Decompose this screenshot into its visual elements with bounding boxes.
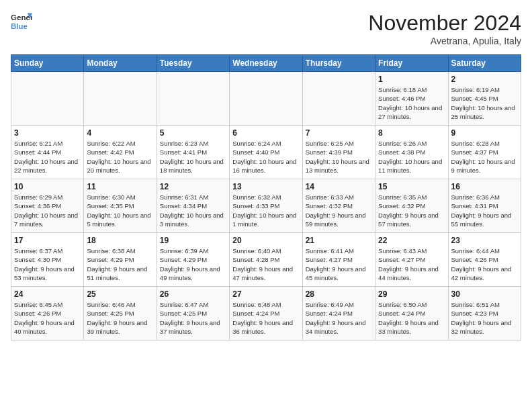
day-number: 27 xyxy=(232,289,299,299)
table-row: 7Sunrise: 6:25 AM Sunset: 4:39 PM Daylig… xyxy=(302,126,375,179)
title-block: November 2024 Avetrana, Apulia, Italy xyxy=(368,11,521,46)
day-number: 7 xyxy=(306,128,372,138)
table-row xyxy=(84,72,157,126)
table-row: 5Sunrise: 6:23 AM Sunset: 4:41 PM Daylig… xyxy=(157,126,229,179)
day-info: Sunrise: 6:24 AM Sunset: 4:40 PM Dayligh… xyxy=(232,139,299,175)
day-number: 24 xyxy=(14,289,81,299)
table-row: 2Sunrise: 6:19 AM Sunset: 4:45 PM Daylig… xyxy=(448,72,521,126)
table-row: 26Sunrise: 6:47 AM Sunset: 4:25 PM Dayli… xyxy=(157,287,229,340)
day-info: Sunrise: 6:23 AM Sunset: 4:41 PM Dayligh… xyxy=(160,139,226,175)
day-number: 4 xyxy=(87,128,153,138)
day-info: Sunrise: 6:41 AM Sunset: 4:27 PM Dayligh… xyxy=(306,246,372,282)
table-row: 16Sunrise: 6:36 AM Sunset: 4:31 PM Dayli… xyxy=(448,179,521,233)
day-info: Sunrise: 6:43 AM Sunset: 4:27 PM Dayligh… xyxy=(378,246,445,282)
table-row: 25Sunrise: 6:46 AM Sunset: 4:25 PM Dayli… xyxy=(84,287,157,340)
header-saturday: Saturday xyxy=(448,55,521,72)
header-wednesday: Wednesday xyxy=(230,55,302,72)
day-info: Sunrise: 6:18 AM Sunset: 4:46 PM Dayligh… xyxy=(378,85,445,121)
calendar-week-row: 1Sunrise: 6:18 AM Sunset: 4:46 PM Daylig… xyxy=(11,72,521,126)
day-info: Sunrise: 6:38 AM Sunset: 4:29 PM Dayligh… xyxy=(87,246,153,282)
svg-text:Blue: Blue xyxy=(11,22,28,30)
calendar-week-row: 10Sunrise: 6:29 AM Sunset: 4:36 PM Dayli… xyxy=(11,179,521,233)
day-info: Sunrise: 6:33 AM Sunset: 4:32 PM Dayligh… xyxy=(306,193,372,228)
day-info: Sunrise: 6:29 AM Sunset: 4:36 PM Dayligh… xyxy=(14,193,81,228)
table-row: 18Sunrise: 6:38 AM Sunset: 4:29 PM Dayli… xyxy=(84,233,157,287)
table-row: 13Sunrise: 6:32 AM Sunset: 4:33 PM Dayli… xyxy=(230,179,302,233)
day-number: 17 xyxy=(14,236,81,245)
month-title: November 2024 xyxy=(368,11,521,36)
table-row: 21Sunrise: 6:41 AM Sunset: 4:27 PM Dayli… xyxy=(302,233,375,287)
table-row: 6Sunrise: 6:24 AM Sunset: 4:40 PM Daylig… xyxy=(230,126,302,179)
day-number: 21 xyxy=(306,236,372,245)
table-row: 15Sunrise: 6:35 AM Sunset: 4:32 PM Dayli… xyxy=(375,179,448,233)
day-info: Sunrise: 6:26 AM Sunset: 4:38 PM Dayligh… xyxy=(378,139,445,175)
day-number: 28 xyxy=(306,289,372,299)
table-row: 11Sunrise: 6:30 AM Sunset: 4:35 PM Dayli… xyxy=(84,179,157,233)
day-number: 15 xyxy=(378,182,445,191)
day-info: Sunrise: 6:36 AM Sunset: 4:31 PM Dayligh… xyxy=(451,193,518,228)
table-row: 14Sunrise: 6:33 AM Sunset: 4:32 PM Dayli… xyxy=(302,179,375,233)
table-row: 1Sunrise: 6:18 AM Sunset: 4:46 PM Daylig… xyxy=(375,72,448,126)
day-info: Sunrise: 6:47 AM Sunset: 4:25 PM Dayligh… xyxy=(160,300,226,336)
table-row: 27Sunrise: 6:48 AM Sunset: 4:24 PM Dayli… xyxy=(230,287,302,340)
day-info: Sunrise: 6:45 AM Sunset: 4:26 PM Dayligh… xyxy=(14,300,81,336)
day-number: 30 xyxy=(451,289,518,299)
calendar-week-row: 17Sunrise: 6:37 AM Sunset: 4:30 PM Dayli… xyxy=(11,233,521,287)
table-row xyxy=(157,72,229,126)
calendar-week-row: 24Sunrise: 6:45 AM Sunset: 4:26 PM Dayli… xyxy=(11,287,521,340)
day-number: 16 xyxy=(451,182,518,191)
day-number: 11 xyxy=(87,182,153,191)
day-info: Sunrise: 6:40 AM Sunset: 4:28 PM Dayligh… xyxy=(232,246,299,282)
day-number: 18 xyxy=(87,236,153,245)
day-info: Sunrise: 6:46 AM Sunset: 4:25 PM Dayligh… xyxy=(87,300,153,336)
logo-icon: General Blue xyxy=(11,11,32,32)
day-number: 5 xyxy=(160,128,226,138)
calendar-week-row: 3Sunrise: 6:21 AM Sunset: 4:44 PM Daylig… xyxy=(11,126,521,179)
header-monday: Monday xyxy=(84,55,157,72)
day-number: 23 xyxy=(451,236,518,245)
day-number: 14 xyxy=(306,182,372,191)
day-number: 19 xyxy=(160,236,226,245)
table-row: 3Sunrise: 6:21 AM Sunset: 4:44 PM Daylig… xyxy=(11,126,84,179)
day-info: Sunrise: 6:22 AM Sunset: 4:42 PM Dayligh… xyxy=(87,139,153,175)
day-number: 6 xyxy=(232,128,299,138)
table-row: 17Sunrise: 6:37 AM Sunset: 4:30 PM Dayli… xyxy=(11,233,84,287)
table-row: 20Sunrise: 6:40 AM Sunset: 4:28 PM Dayli… xyxy=(230,233,302,287)
day-number: 1 xyxy=(378,75,445,84)
table-row: 19Sunrise: 6:39 AM Sunset: 4:29 PM Dayli… xyxy=(157,233,229,287)
table-row: 28Sunrise: 6:49 AM Sunset: 4:24 PM Dayli… xyxy=(302,287,375,340)
day-info: Sunrise: 6:31 AM Sunset: 4:34 PM Dayligh… xyxy=(160,193,226,228)
header-thursday: Thursday xyxy=(302,55,375,72)
table-row: 24Sunrise: 6:45 AM Sunset: 4:26 PM Dayli… xyxy=(11,287,84,340)
day-info: Sunrise: 6:49 AM Sunset: 4:24 PM Dayligh… xyxy=(306,300,372,336)
day-info: Sunrise: 6:44 AM Sunset: 4:26 PM Dayligh… xyxy=(451,246,518,282)
day-info: Sunrise: 6:50 AM Sunset: 4:24 PM Dayligh… xyxy=(378,300,445,336)
header-friday: Friday xyxy=(375,55,448,72)
calendar-table: Sunday Monday Tuesday Wednesday Thursday… xyxy=(11,54,521,340)
day-info: Sunrise: 6:32 AM Sunset: 4:33 PM Dayligh… xyxy=(232,193,299,228)
day-info: Sunrise: 6:35 AM Sunset: 4:32 PM Dayligh… xyxy=(378,193,445,228)
day-info: Sunrise: 6:25 AM Sunset: 4:39 PM Dayligh… xyxy=(306,139,372,175)
day-info: Sunrise: 6:51 AM Sunset: 4:23 PM Dayligh… xyxy=(451,300,518,336)
day-number: 20 xyxy=(232,236,299,245)
day-number: 26 xyxy=(160,289,226,299)
day-number: 25 xyxy=(87,289,153,299)
day-number: 12 xyxy=(160,182,226,191)
header-tuesday: Tuesday xyxy=(157,55,229,72)
logo: General Blue xyxy=(11,11,32,32)
table-row: 8Sunrise: 6:26 AM Sunset: 4:38 PM Daylig… xyxy=(375,126,448,179)
table-row: 4Sunrise: 6:22 AM Sunset: 4:42 PM Daylig… xyxy=(84,126,157,179)
calendar-header-row: Sunday Monday Tuesday Wednesday Thursday… xyxy=(11,55,521,72)
day-number: 8 xyxy=(378,128,445,138)
day-number: 3 xyxy=(14,128,81,138)
table-row xyxy=(230,72,302,126)
day-number: 9 xyxy=(451,128,518,138)
page-header: General Blue November 2024 Avetrana, Apu… xyxy=(11,11,521,46)
table-row: 10Sunrise: 6:29 AM Sunset: 4:36 PM Dayli… xyxy=(11,179,84,233)
day-info: Sunrise: 6:39 AM Sunset: 4:29 PM Dayligh… xyxy=(160,246,226,282)
table-row: 29Sunrise: 6:50 AM Sunset: 4:24 PM Dayli… xyxy=(375,287,448,340)
table-row: 12Sunrise: 6:31 AM Sunset: 4:34 PM Dayli… xyxy=(157,179,229,233)
day-number: 22 xyxy=(378,236,445,245)
location: Avetrana, Apulia, Italy xyxy=(368,36,521,46)
day-info: Sunrise: 6:48 AM Sunset: 4:24 PM Dayligh… xyxy=(232,300,299,336)
